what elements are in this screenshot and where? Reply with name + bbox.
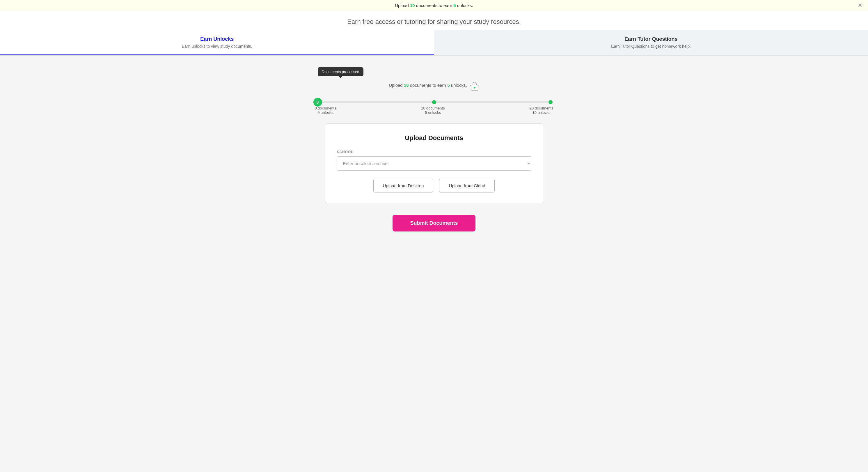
tab-earn-tutor[interactable]: Earn Tutor Questions Earn Tutor Question… <box>434 30 868 55</box>
tab-earn-tutor-title: Earn Tutor Questions <box>440 36 863 42</box>
label-10-docs: 10 documents 5 unlocks <box>421 106 445 115</box>
subtitle-text: Earn free access or tutoring for sharing… <box>0 11 868 30</box>
tab-earn-unlocks[interactable]: Earn Unlocks Earn unlocks to view study … <box>0 30 434 55</box>
progress-labels: 0 documents 0 unlocks 10 documents 5 unl… <box>309 103 559 115</box>
upload-card-title: Upload Documents <box>337 134 531 142</box>
progress-bar-track: 0 <box>318 101 551 103</box>
progress-section: Documents processed Upload 10 documents … <box>309 67 559 115</box>
banner-text: Upload 10 documents to earn 5 unlocks. <box>395 3 473 8</box>
start-marker: 0 <box>313 98 322 107</box>
upload-card: Upload Documents SCHOOL Enter or select … <box>325 123 543 203</box>
tab-earn-unlocks-title: Earn Unlocks <box>6 36 428 42</box>
end-marker <box>549 100 553 104</box>
tab-earn-unlocks-desc: Earn unlocks to view study documents. <box>6 44 428 49</box>
main-content: Documents processed Upload 10 documents … <box>303 56 565 243</box>
progress-unlock-count: 5 <box>447 83 450 88</box>
banner-doc-count: 10 <box>410 3 415 8</box>
upload-buttons: Upload from Desktop Upload from Cloud <box>337 179 531 193</box>
svg-line-3 <box>470 86 471 86</box>
mid-marker <box>432 100 436 104</box>
label-0-docs: 0 documents 0 unlocks <box>315 106 336 115</box>
close-button[interactable]: ✕ <box>858 2 862 9</box>
tabs-container: Earn Unlocks Earn unlocks to view study … <box>0 30 868 56</box>
tooltip-badge: Documents processed <box>318 67 364 76</box>
submit-documents-button[interactable]: Submit Documents <box>393 215 475 232</box>
school-select[interactable]: Enter or select a school <box>337 156 531 171</box>
progress-doc-count: 10 <box>404 83 409 88</box>
school-label: SCHOOL <box>337 150 531 154</box>
lock-icon <box>470 80 479 91</box>
tab-earn-tutor-desc: Earn Tutor Questions to get homework hel… <box>440 44 863 49</box>
label-20-docs: 20 documents 10 unlocks <box>530 106 553 115</box>
upload-cloud-button[interactable]: Upload from Cloud <box>439 179 495 193</box>
progress-info: Upload 10 documents to earn 5 unlocks. <box>309 80 559 91</box>
upload-desktop-button[interactable]: Upload from Desktop <box>373 179 434 193</box>
top-banner: Upload 10 documents to earn 5 unlocks. ✕ <box>0 0 868 11</box>
svg-line-5 <box>478 86 479 86</box>
svg-point-1 <box>474 87 475 89</box>
banner-unlock-count: 5 <box>453 3 456 8</box>
